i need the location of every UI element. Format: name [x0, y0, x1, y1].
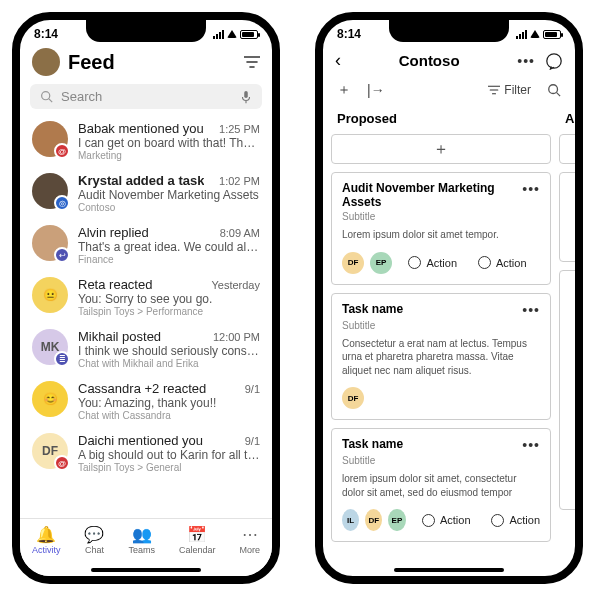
tab-chat[interactable]: 💬Chat — [84, 525, 104, 555]
svg-rect-1 — [244, 90, 248, 97]
task-card[interactable] — [559, 172, 575, 262]
feed-item[interactable]: ◎Krystal added a task1:02 PMAudit Novemb… — [20, 167, 272, 219]
feed-item-source: Tailspin Toys > General — [78, 462, 260, 473]
search-input[interactable]: Search — [30, 84, 262, 109]
activity-badge-icon: ≣ — [54, 351, 70, 367]
feed-item-time: 12:00 PM — [213, 331, 260, 343]
feed-item-text: You: Sorry to see you go. — [78, 292, 260, 306]
card-more-button[interactable]: ••• — [522, 302, 540, 318]
card-more-button[interactable]: ••• — [522, 437, 540, 453]
feed-item-body: Alvin replied8:09 AMThat's a great idea.… — [78, 225, 260, 265]
feed-item-time: 9/1 — [245, 383, 260, 395]
tab-calendar[interactable]: 📅Calendar — [179, 525, 216, 555]
mic-icon[interactable] — [240, 90, 252, 104]
activity-badge-icon: ↩ — [54, 247, 70, 263]
avatar-wrap: 😊 — [32, 381, 68, 417]
board-column-next: Act — [559, 107, 575, 550]
feed-item-text: Audit November Marketing Assets — [78, 188, 260, 202]
svg-point-0 — [42, 92, 50, 100]
card-action[interactable]: Action — [422, 514, 471, 527]
card-body: Lorem ipsum dolor sit amet tempor. — [342, 228, 540, 242]
card-subtitle: Subtitle — [342, 455, 540, 466]
avatar-wrap: DF@ — [32, 433, 68, 469]
feed-item-text: I can get on board with that! Thanks f..… — [78, 136, 260, 150]
activity-badge-icon: ◎ — [54, 195, 70, 211]
radio-icon — [478, 256, 491, 269]
assignee-chip[interactable]: DF — [365, 509, 382, 531]
card-footer: DF — [342, 387, 540, 409]
search-icon[interactable] — [547, 83, 561, 97]
assignee-chip[interactable]: DF — [342, 252, 364, 274]
home-indicator — [91, 568, 201, 572]
card-action[interactable]: Action — [408, 256, 457, 269]
back-button[interactable]: ‹ — [335, 50, 341, 71]
task-card[interactable]: Audit November Marketing Assets•••Subtit… — [331, 172, 551, 285]
task-card[interactable] — [559, 134, 575, 164]
feed-item-text: That's a great idea. We could also get..… — [78, 240, 260, 254]
signal-icon — [213, 30, 224, 39]
task-card[interactable] — [559, 270, 575, 510]
card-more-button[interactable]: ••• — [522, 181, 540, 197]
board-column-proposed: Proposed ＋ Audit November Marketing Asse… — [331, 107, 551, 550]
board-columns: Proposed ＋ Audit November Marketing Asse… — [323, 107, 575, 550]
activity-badge-icon: @ — [54, 455, 70, 471]
feed-item-body: Mikhail posted12:00 PMI think we should … — [78, 329, 260, 369]
feed-item-title: Alvin replied — [78, 225, 149, 240]
tab-label: Calendar — [179, 545, 216, 555]
feed-item-source: Contoso — [78, 202, 260, 213]
feed-item[interactable]: ↩Alvin replied8:09 AMThat's a great idea… — [20, 219, 272, 271]
activity-icon: 🔔 — [36, 525, 56, 543]
avatar[interactable] — [32, 48, 60, 76]
feed-item-source: Finance — [78, 254, 260, 265]
feed-item-title: Reta reacted — [78, 277, 152, 292]
tab-label: More — [239, 545, 260, 555]
assignee-chip[interactable]: EP — [370, 252, 392, 274]
assignee-chip[interactable]: EP — [388, 509, 405, 531]
chat-icon[interactable] — [545, 52, 563, 70]
card-subtitle: Subtitle — [342, 211, 540, 222]
feed-item-body: Krystal added a task1:02 PMAudit Novembe… — [78, 173, 260, 213]
expand-button[interactable]: |→ — [367, 82, 385, 98]
feed-item[interactable]: DF@Daichi mentioned you9/1A big should o… — [20, 427, 272, 479]
more-button[interactable]: ••• — [517, 53, 535, 69]
phone-feed: 8:14 Feed Search @Babak mentioned you1:2… — [12, 12, 280, 584]
feed-header: Feed — [20, 44, 272, 82]
search-icon — [40, 90, 53, 103]
feed-item-body: Reta reactedYesterdayYou: Sorry to see y… — [78, 277, 260, 317]
battery-icon — [240, 30, 258, 39]
add-card-button[interactable]: ＋ — [331, 134, 551, 164]
battery-icon — [543, 30, 561, 39]
radio-icon — [491, 514, 504, 527]
radio-icon — [422, 514, 435, 527]
add-button[interactable]: ＋ — [337, 81, 351, 99]
feed-item-source: Chat with Cassandra — [78, 410, 260, 421]
feed-item-title: Babak mentioned you — [78, 121, 204, 136]
tab-more[interactable]: ⋯More — [239, 525, 260, 555]
status-time: 8:14 — [34, 27, 58, 41]
signal-icon — [516, 30, 527, 39]
column-header: Act — [559, 107, 575, 134]
filter-button[interactable]: Filter — [488, 83, 531, 97]
avatar: 😐 — [32, 277, 68, 313]
assignee-chip[interactable]: DF — [342, 387, 364, 409]
tab-activity[interactable]: 🔔Activity — [32, 525, 61, 555]
feed-item[interactable]: 😊Cassandra +2 reacted9/1You: Amazing, th… — [20, 375, 272, 427]
feed-item-source: Chat with Mikhail and Erika — [78, 358, 260, 369]
feed-item[interactable]: 😐Reta reactedYesterdayYou: Sorry to see … — [20, 271, 272, 323]
assignee-chip[interactable]: IL — [342, 509, 359, 531]
feed-item-time: 9/1 — [245, 435, 260, 447]
task-card[interactable]: Task name•••Subtitlelorem ipsum dolor si… — [331, 428, 551, 542]
card-footer: ILDFEP Action Action — [342, 509, 540, 531]
card-action[interactable]: Action — [491, 514, 540, 527]
task-card[interactable]: Task name•••SubtitleConsectetur a erat n… — [331, 293, 551, 421]
svg-point-2 — [547, 53, 561, 67]
filter-icon[interactable] — [244, 56, 260, 68]
feed-item[interactable]: @Babak mentioned you1:25 PMI can get on … — [20, 115, 272, 167]
tab-teams[interactable]: 👥Teams — [128, 525, 155, 555]
card-action[interactable]: Action — [478, 256, 527, 269]
feed-item[interactable]: MK≣Mikhail posted12:00 PMI think we shou… — [20, 323, 272, 375]
feed-item-time: 8:09 AM — [220, 227, 260, 239]
feed-item-time: 1:02 PM — [219, 175, 260, 187]
notch — [389, 20, 509, 42]
tab-label: Activity — [32, 545, 61, 555]
